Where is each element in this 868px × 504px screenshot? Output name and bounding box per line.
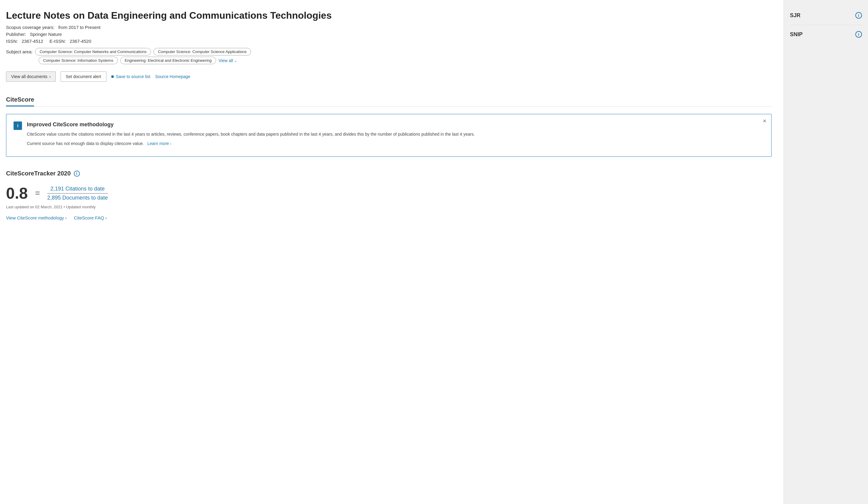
subject-tag-3: Computer Science: Information Systems [39,56,118,64]
publisher-label: Publisher: [6,32,26,37]
info-box: i Improved CiteScore methodology CiteSco… [6,114,772,157]
equals-sign: = [35,188,40,198]
coverage-range: from 2017 to Present [58,25,100,30]
sjr-metric: SJR i [790,6,862,25]
snip-metric: SNIP i [790,25,862,44]
subject-tag-1: Computer Science: Computer Networks and … [35,48,151,55]
info-icon: i [13,122,22,130]
publisher-row: Publisher: Springer Nature [6,32,772,37]
fraction: 2,191 Citations to date 2,895 Documents … [47,186,108,201]
set-alert-button[interactable]: Set document alert [61,71,106,82]
citescore-tab-wrapper: CiteScore [6,94,772,107]
subject-tag-4: Engineering: Electrical and Electronic E… [120,56,216,64]
close-button[interactable]: × [763,118,766,124]
tracker-title: CiteScoreTracker 2020 i [6,170,772,177]
actions-row: View all documents › Set document alert … [6,71,772,82]
subject-area-section: Subject area: Computer Science: Computer… [6,48,772,55]
snip-label-row: SNIP i [790,31,862,38]
subject-area-row-2: Computer Science: Information Systems En… [39,56,772,64]
issn-row: ISSN: 2367-4512 E-ISSN: 2367-4520 [6,39,772,44]
bookmark-icon: ■ [111,74,114,79]
citations-link[interactable]: 2,191 Citations to date [50,186,105,192]
tracker-section: CiteScoreTracker 2020 i 0.8 = 2,191 Cita… [6,164,772,226]
issn-value: 2367-4512 [22,39,43,44]
coverage-label: Scopus coverage years: [6,25,54,30]
journal-title: Lecture Notes on Data Engineering and Co… [6,10,772,21]
faq-link[interactable]: CiteScore FAQ › [74,215,107,220]
issn-label: ISSN: [6,39,18,44]
learn-more-link[interactable]: Learn more › [147,141,171,146]
publisher-value: Springer Nature [30,32,62,37]
source-homepage-link[interactable]: Source Homepage [155,74,190,79]
methodology-link[interactable]: View CiteScore methodology › [6,215,66,220]
citescore-section: CiteScore i Improved CiteScore methodolo… [6,94,772,226]
snip-label: SNIP [790,31,803,38]
sidebar: SJR i SNIP i [784,0,868,504]
chevron-right-icon-methodology: › [65,215,66,220]
snip-info-icon[interactable]: i [855,31,862,38]
view-all-link[interactable]: View all ⌄ [218,58,237,63]
sjr-label-row: SJR i [790,12,862,19]
score-row: 0.8 = 2,191 Citations to date 2,895 Docu… [6,184,772,202]
arrow-right-icon: › [49,74,51,79]
info-box-content: Improved CiteScore methodology CiteScore… [27,122,757,149]
view-all-docs-button[interactable]: View all documents › [6,71,56,82]
documents-link[interactable]: 2,895 Documents to date [47,195,108,201]
fraction-line [47,193,108,194]
citescore-value: 0.8 [6,184,28,202]
coverage-row: Scopus coverage years: from 2017 to Pres… [6,25,772,30]
info-box-title: Improved CiteScore methodology [27,122,757,128]
chevron-right-icon: › [170,142,172,146]
sjr-info-icon[interactable]: i [855,12,862,19]
chevron-right-icon-faq: › [105,215,107,220]
eissn-value: 2367-4520 [70,39,91,44]
info-box-body2: Current source has not enough data to di… [27,140,757,147]
bottom-links: View CiteScore methodology › CiteScore F… [6,215,772,220]
chevron-down-icon: ⌄ [234,59,237,63]
info-box-body1: CiteScore value counts the citations rec… [27,131,757,137]
subject-tag-2: Computer Science: Computer Science Appli… [153,48,251,55]
last-updated: Last updated on 02 March, 2021 • Updated… [6,205,772,209]
sjr-label: SJR [790,12,800,19]
eissn-label: E-ISSN: [50,39,66,44]
subject-label: Subject area: [6,49,32,54]
tracker-info-icon[interactable]: i [74,171,80,177]
citescore-tab[interactable]: CiteScore [6,96,34,106]
save-to-source-link[interactable]: ■ Save to source list [111,74,151,79]
